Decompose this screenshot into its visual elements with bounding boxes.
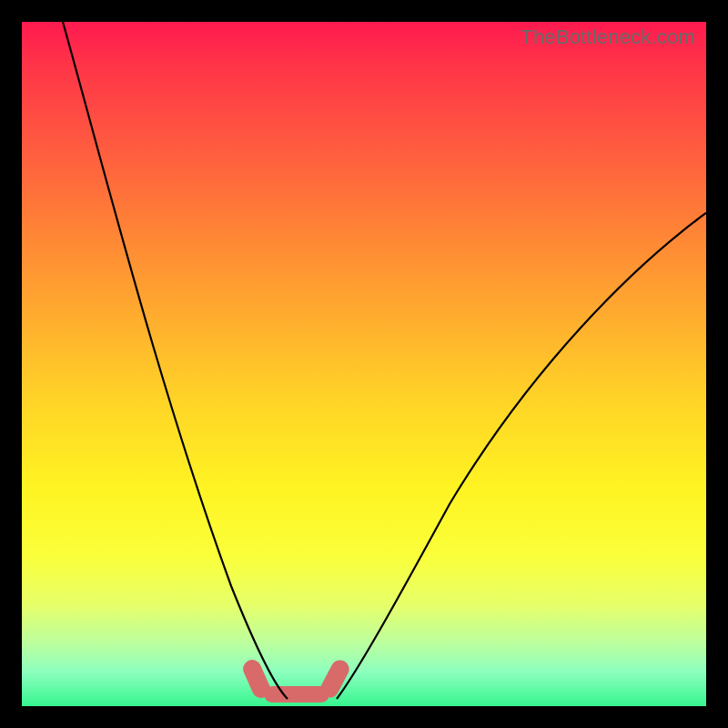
left-curve [63,22,288,699]
curve-layer [22,22,706,706]
right-curve [337,213,706,699]
watermark-text: TheBottleneck.com [521,25,695,49]
chart-plot-area: TheBottleneck.com [22,22,706,706]
